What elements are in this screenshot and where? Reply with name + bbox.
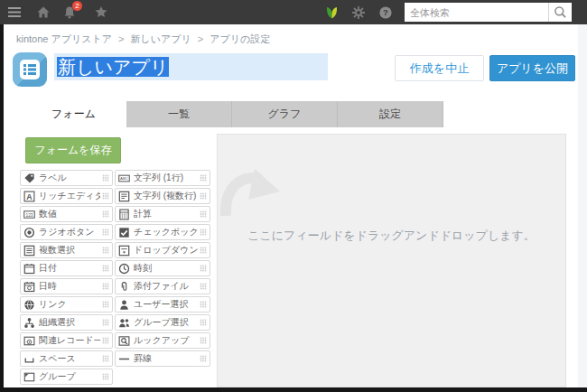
tag-icon [23,173,36,184]
field-item-label: ルックアップ [134,334,198,347]
field-palette-column-2: ABC文字列 (1行)文字列 (複数行)計算チェックボックスドロップダウン時刻添… [115,170,210,369]
field-item-label: 添付ファイル [134,280,198,293]
drag-handle-icon [200,283,207,290]
global-search-input[interactable] [405,3,548,22]
tab-inactive[interactable]: グラフ [232,101,338,127]
topbar: 2 ? [0,0,587,24]
group-select-icon [118,317,131,329]
drag-handle-icon [200,337,207,344]
breadcrumb-link[interactable]: kintone アプリストア [16,33,112,44]
publish-app-button[interactable]: アプリを公開 [489,55,575,81]
field-item[interactable]: 組織選択 [20,314,113,331]
field-item[interactable]: ラベル [20,170,113,186]
drag-handle-icon [102,229,109,236]
drag-handle-icon [102,373,109,380]
field-item-label: グループ [39,370,100,383]
field-item[interactable]: 123数値 [20,206,113,222]
gear-icon[interactable] [350,5,367,21]
attachment-icon [118,281,131,293]
drag-handle-icon [200,355,207,362]
help-icon[interactable]: ? [377,5,394,21]
field-item[interactable]: グループ [20,369,113,385]
drop-hint-text: ここにフィールドをドラッグアンドドロップします。 [218,228,565,244]
field-item-label: 数値 [39,208,100,220]
field-item-label: グループ選択 [134,316,198,329]
breadcrumb-link[interactable]: 新しいアプリ [131,33,191,44]
drag-handle-icon [102,355,109,362]
field-item-label: ラジオボタン [39,226,100,238]
field-item[interactable]: 複数選択 [20,242,113,258]
field-item-label: 文字列 (1行) [134,172,198,184]
favorites-star-icon[interactable] [93,5,109,21]
field-item[interactable]: ラジオボタン [20,224,113,240]
field-item[interactable]: 添付ファイル [115,278,210,294]
drag-handle-icon [102,337,109,344]
link-icon [23,299,36,311]
home-icon[interactable] [35,5,51,21]
field-item-label: リンク [39,298,100,311]
field-item[interactable]: ドロップダウン [115,242,210,258]
field-item[interactable]: リンク [20,296,113,313]
field-item[interactable]: 時刻 [115,260,210,276]
field-item[interactable]: 計算 [115,206,210,222]
field-item[interactable]: チェックボックス [115,224,210,240]
field-item-label: リッチエディター [39,190,100,202]
date-icon [23,263,36,275]
dropdown-icon [118,245,131,257]
field-item-label: 罫線 [134,352,198,365]
calc-icon [118,209,131,220]
drag-handle-icon [200,229,207,236]
getting-started-leaf-icon[interactable] [323,5,340,21]
field-item-label: 文字列 (複数行) [134,190,198,202]
text-multi-icon [118,191,131,202]
number-icon: 123 [23,209,36,220]
app-settings-page: kintone アプリストア>新しいアプリ>アプリの設定 新しいアプリ 作成を中… [4,24,578,387]
drag-handle-icon [102,319,109,326]
cancel-creation-button[interactable]: 作成を中止 [395,55,484,81]
breadcrumb-current: アプリの設定 [210,33,270,44]
notifications-bell-icon[interactable]: 2 [61,5,78,21]
tab-active[interactable]: フォーム [21,101,126,127]
field-item-label: スペース [39,352,100,365]
field-item[interactable]: グループ選択 [115,314,210,331]
field-item[interactable]: ルックアップ [115,332,210,349]
drag-handle-icon [200,192,207,200]
tab-inactive[interactable]: 一覧 [126,101,232,127]
menu-icon[interactable] [6,5,23,21]
svg-text:A: A [26,191,33,201]
save-form-button[interactable]: フォームを保存 [25,137,121,163]
field-item[interactable]: 日時 [20,278,113,294]
svg-text:?: ? [383,7,388,17]
settings-tabs: フォーム一覧グラフ設定 [21,101,443,127]
drag-handle-icon [200,301,207,308]
field-item[interactable]: 文字列 (複数行) [115,188,210,204]
hr-icon [118,353,131,365]
datetime-icon [23,281,36,293]
related-records-icon [23,335,36,347]
svg-text:ABC: ABC [120,176,128,181]
field-item-label: 関連レコード一覧 [39,334,100,347]
drop-arrow-icon [220,167,284,225]
app-icon[interactable] [13,52,47,87]
drag-handle-icon [102,247,109,254]
breadcrumb-separator: > [198,33,203,44]
field-item[interactable]: ユーザー選択 [115,296,210,313]
field-item-label: 計算 [134,208,198,220]
group-icon [23,371,36,383]
field-item[interactable]: Aリッチエディター [20,188,113,204]
field-item[interactable]: スペース [20,350,113,367]
search-button[interactable] [548,3,572,22]
field-item-label: 時刻 [134,262,198,275]
field-item[interactable]: 日付 [20,260,113,276]
field-item-label: 日時 [39,280,100,293]
field-item[interactable]: 罫線 [115,350,210,367]
form-drop-area[interactable]: ここにフィールドをドラッグアンドドロップします。 [217,134,566,387]
app-name-input[interactable]: 新しいアプリ [54,53,328,80]
richtext-icon: A [23,191,36,202]
field-item[interactable]: 関連レコード一覧 [20,332,113,349]
drag-handle-icon [200,210,207,218]
checkbox-icon [118,227,131,238]
tab-inactive[interactable]: 設定 [338,101,443,127]
field-item[interactable]: ABC文字列 (1行) [115,170,210,186]
svg-text:123: 123 [25,212,33,217]
